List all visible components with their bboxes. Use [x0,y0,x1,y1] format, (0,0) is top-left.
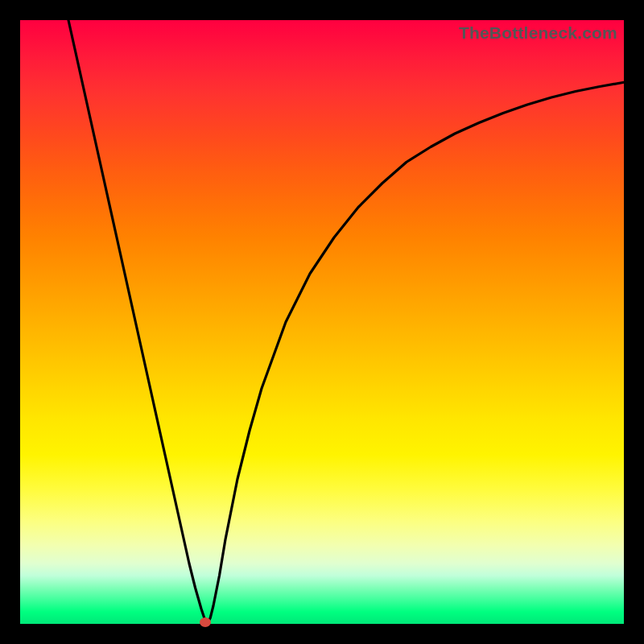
curve-svg [20,20,624,624]
plot-area: TheBottleneck.com [20,20,624,624]
chart-frame: TheBottleneck.com [0,0,644,644]
bottleneck-curve [68,20,624,624]
minimum-marker [200,617,211,627]
